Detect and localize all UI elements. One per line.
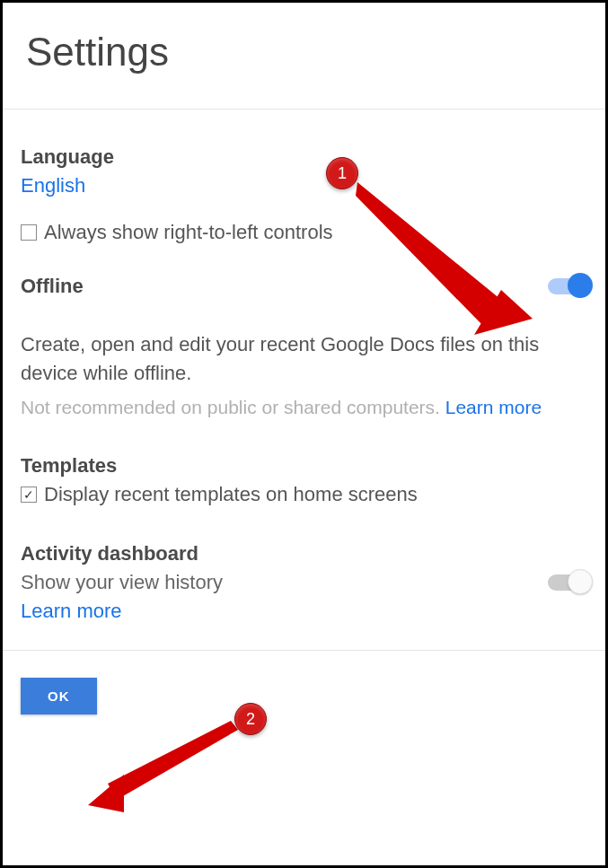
activity-label: Activity dashboard <box>21 542 587 566</box>
offline-description: Create, open and edit your recent Google… <box>21 330 587 388</box>
language-section: Language English Always show right-to-le… <box>21 145 587 244</box>
activity-learn-more-link[interactable]: Learn more <box>21 600 122 623</box>
rtl-checkbox-label: Always show right-to-left controls <box>44 221 333 244</box>
offline-note: Not recommended on public or shared comp… <box>21 397 587 418</box>
offline-section: Offline Create, open and edit your recen… <box>21 275 587 418</box>
language-value-link[interactable]: English <box>21 174 85 197</box>
toggle-knob-icon <box>568 569 593 594</box>
offline-toggle[interactable] <box>548 278 587 294</box>
annotation-badge-2: 2 <box>234 703 267 735</box>
toggle-knob-icon <box>568 273 593 298</box>
activity-description: Show your view history <box>21 571 223 594</box>
svg-marker-4 <box>88 775 124 812</box>
templates-checkbox-label: Display recent templates on home screens <box>44 483 418 506</box>
language-label: Language <box>21 145 587 169</box>
ok-button[interactable]: OK <box>21 678 97 715</box>
activity-section: Activity dashboard Show your view histor… <box>21 542 587 623</box>
footer: OK <box>3 651 605 741</box>
offline-label: Offline <box>21 275 84 298</box>
templates-checkbox[interactable]: ✓ <box>21 487 37 503</box>
activity-toggle[interactable] <box>548 574 587 591</box>
offline-note-text: Not recommended on public or shared comp… <box>21 397 445 417</box>
divider <box>3 109 605 110</box>
annotation-badge-1: 1 <box>326 157 358 189</box>
rtl-checkbox[interactable] <box>21 224 37 241</box>
templates-section: Templates ✓ Display recent templates on … <box>21 454 587 506</box>
offline-learn-more-link[interactable]: Learn more <box>445 397 542 417</box>
templates-label: Templates <box>21 454 587 478</box>
page-title: Settings <box>21 30 587 75</box>
